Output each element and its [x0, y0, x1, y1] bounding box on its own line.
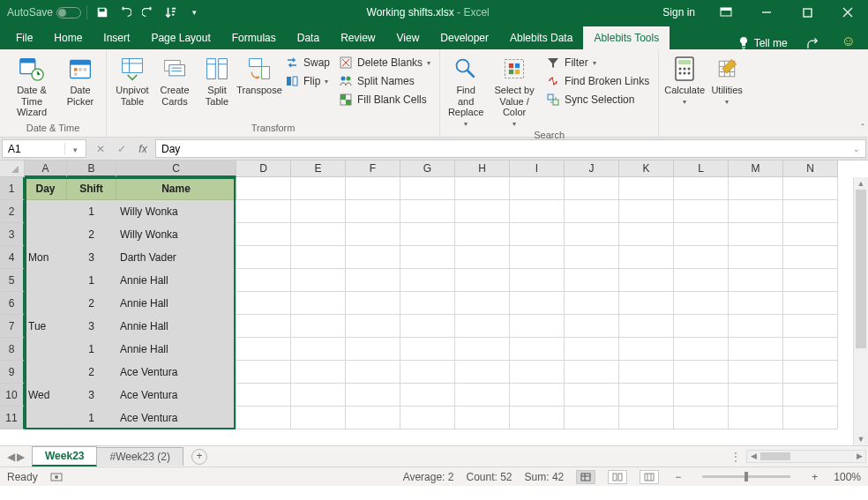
name-box-dropdown-icon[interactable]: ▾: [64, 143, 86, 154]
worksheet-grid[interactable]: A B C D E F G H I J K L M N 1DayShiftNam…: [0, 160, 868, 445]
row-header[interactable]: 4: [0, 246, 25, 269]
view-page-layout-icon[interactable]: [608, 470, 627, 484]
cell[interactable]: [674, 292, 729, 315]
cell[interactable]: [346, 246, 400, 269]
cell[interactable]: Ace Ventura: [116, 407, 236, 429]
cell[interactable]: Annie Hall: [116, 269, 236, 292]
cell[interactable]: Willy Wonka: [116, 200, 236, 223]
cell[interactable]: [510, 361, 565, 384]
row-header[interactable]: 8: [0, 338, 25, 361]
row-header[interactable]: 3: [0, 223, 25, 246]
cell[interactable]: [619, 200, 674, 223]
sheet-tab-week23-2[interactable]: #Week23 (2): [96, 447, 183, 466]
cell[interactable]: [455, 246, 510, 269]
cell[interactable]: [346, 361, 400, 384]
cell[interactable]: [25, 200, 67, 223]
cell[interactable]: [400, 223, 455, 246]
cell[interactable]: [236, 384, 291, 407]
cell[interactable]: [455, 384, 510, 407]
cell[interactable]: [291, 361, 346, 384]
row-header[interactable]: 6: [0, 292, 25, 315]
col-header[interactable]: H: [455, 160, 510, 177]
col-header[interactable]: I: [510, 160, 565, 177]
cell[interactable]: [400, 361, 455, 384]
cell[interactable]: [729, 292, 783, 315]
swap-button[interactable]: Swap: [281, 55, 333, 71]
cell[interactable]: [729, 200, 783, 223]
tab-home[interactable]: Home: [43, 26, 93, 49]
cell[interactable]: [400, 384, 455, 407]
cell[interactable]: [346, 292, 400, 315]
cell[interactable]: [674, 269, 729, 292]
cell[interactable]: Mon: [25, 246, 67, 269]
cell[interactable]: [783, 223, 838, 246]
cell[interactable]: [400, 200, 455, 223]
cell[interactable]: [510, 407, 565, 429]
zoom-level[interactable]: 100%: [834, 471, 861, 483]
cell[interactable]: [346, 315, 400, 338]
cell[interactable]: [346, 338, 400, 361]
filter-button[interactable]: Filter ▾: [542, 55, 653, 71]
date-picker-button[interactable]: Date Picker: [60, 53, 101, 118]
cell[interactable]: [400, 407, 455, 429]
formula-input[interactable]: Day ⌄: [155, 139, 866, 158]
enter-formula-icon[interactable]: ✓: [111, 143, 132, 155]
tab-insert[interactable]: Insert: [93, 26, 140, 49]
cell[interactable]: [346, 407, 400, 429]
sheet-nav-prev-icon[interactable]: ◀: [7, 451, 15, 463]
cell[interactable]: [25, 361, 67, 384]
close-icon[interactable]: [827, 0, 868, 25]
cell[interactable]: [674, 407, 729, 429]
sheet-tab-week23[interactable]: Week23: [32, 446, 97, 466]
cell[interactable]: [565, 292, 619, 315]
cell[interactable]: [400, 269, 455, 292]
cell[interactable]: 1: [67, 338, 116, 361]
cell[interactable]: [783, 177, 838, 200]
cell[interactable]: [25, 338, 67, 361]
cell[interactable]: [400, 292, 455, 315]
minimize-icon[interactable]: [746, 0, 787, 25]
transpose-button[interactable]: Transpose: [239, 53, 280, 108]
cell[interactable]: [619, 361, 674, 384]
split-table-button[interactable]: Split Table: [197, 53, 237, 108]
cell[interactable]: [729, 315, 783, 338]
cell[interactable]: [291, 246, 346, 269]
cell[interactable]: Ace Ventura: [116, 361, 236, 384]
cell[interactable]: Day: [25, 177, 67, 200]
cell[interactable]: [729, 384, 783, 407]
cell[interactable]: [291, 292, 346, 315]
scroll-thumb[interactable]: [856, 190, 866, 348]
cancel-formula-icon[interactable]: ✕: [90, 143, 111, 155]
cell[interactable]: [619, 177, 674, 200]
cell[interactable]: [783, 407, 838, 429]
cell[interactable]: [674, 223, 729, 246]
scroll-down-icon[interactable]: ▼: [854, 433, 868, 445]
split-names-button[interactable]: Split Names: [335, 73, 434, 89]
cell[interactable]: [565, 223, 619, 246]
cell[interactable]: [455, 361, 510, 384]
cell[interactable]: [291, 223, 346, 246]
col-header[interactable]: F: [346, 160, 400, 177]
cell[interactable]: [400, 338, 455, 361]
date-time-wizard-button[interactable]: Date & Time Wizard: [5, 53, 58, 118]
cell[interactable]: [783, 361, 838, 384]
cell[interactable]: [619, 315, 674, 338]
col-header[interactable]: M: [729, 160, 783, 177]
horizontal-scrollbar[interactable]: ◀ ▶: [746, 450, 866, 463]
ribbon-display-icon[interactable]: [706, 0, 746, 25]
scroll-thumb[interactable]: [760, 452, 790, 460]
cell[interactable]: Wed: [25, 384, 67, 407]
cell[interactable]: [729, 269, 783, 292]
flip-button[interactable]: Flip ▾: [281, 73, 333, 89]
cell[interactable]: [236, 407, 291, 429]
cell[interactable]: [291, 269, 346, 292]
cell[interactable]: Annie Hall: [116, 315, 236, 338]
cell[interactable]: [565, 361, 619, 384]
cell[interactable]: [619, 223, 674, 246]
cell[interactable]: [346, 200, 400, 223]
tab-page-layout[interactable]: Page Layout: [140, 26, 221, 49]
row-header[interactable]: 7: [0, 315, 25, 338]
cell[interactable]: Darth Vader: [116, 246, 236, 269]
cell[interactable]: [565, 407, 619, 429]
fill-blank-cells-button[interactable]: Fill Blank Cells: [335, 92, 434, 108]
